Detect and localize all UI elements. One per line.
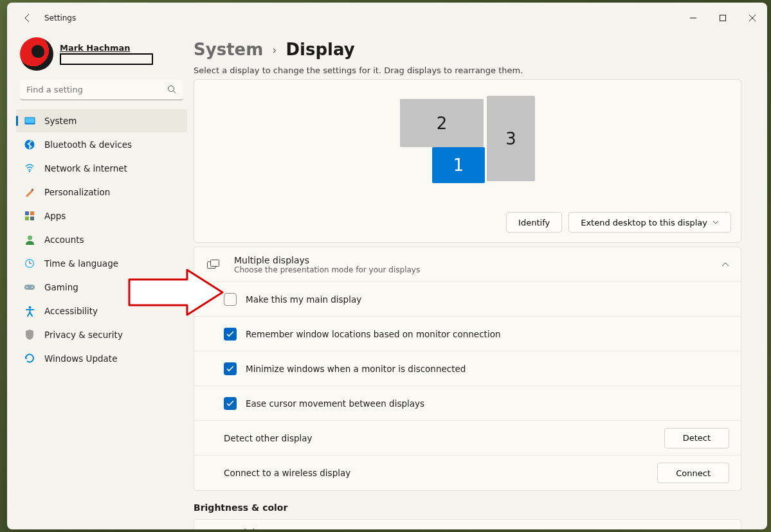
nav-label: System (44, 116, 77, 126)
svg-rect-1 (720, 15, 726, 21)
nav-item-time[interactable]: Time & language (16, 252, 187, 275)
extend-dropdown[interactable]: Extend desktop to this display (568, 212, 731, 233)
nav-label: Windows Update (44, 353, 117, 364)
svg-rect-9 (25, 211, 29, 215)
svg-rect-23 (211, 260, 219, 266)
gaming-icon (24, 281, 35, 293)
nav-item-apps[interactable]: Apps (16, 204, 187, 227)
ease-cursor-row[interactable]: Ease cursor movement between displays (194, 386, 741, 421)
nav-label: Network & internet (44, 163, 127, 173)
svg-line-3 (174, 91, 176, 94)
checkbox-minimize-windows[interactable] (224, 362, 237, 375)
privacy-icon (24, 329, 35, 341)
search-box[interactable] (20, 80, 183, 100)
svg-point-19 (26, 287, 28, 288)
search-input[interactable] (20, 80, 183, 100)
nav-label: Personalization (44, 187, 110, 197)
connect-button[interactable]: Connect (657, 463, 729, 483)
card-subtitle: Choose the presentation mode for your di… (234, 265, 420, 274)
accounts-icon (24, 234, 35, 245)
main-display-row[interactable]: Make this my main display (194, 282, 741, 317)
nav-label: Gaming (44, 282, 78, 292)
nav-label: Apps (44, 211, 66, 221)
detect-display-row: Detect other display Detect (194, 421, 741, 456)
chevron-right-icon: › (272, 43, 277, 57)
window-title: Settings (44, 13, 76, 22)
monitor-1[interactable]: 1 (432, 147, 485, 183)
nav-label: Bluetooth & devices (44, 139, 132, 150)
nav-item-accounts[interactable]: Accounts (16, 228, 187, 251)
display-arrangement[interactable]: 2 3 1 Identify Extend desktop to this di… (194, 79, 741, 243)
wireless-display-row: Connect to a wireless display Connect (194, 456, 741, 490)
apps-icon (24, 210, 35, 222)
svg-rect-10 (30, 211, 34, 215)
profile-name: Mark Hachman (60, 43, 153, 53)
card-title: Multiple displays (234, 255, 420, 265)
settings-window: Settings Mark Hachman (7, 3, 767, 529)
nav-item-privacy[interactable]: Privacy & security (16, 323, 187, 346)
svg-rect-5 (25, 118, 34, 123)
svg-point-21 (28, 306, 31, 308)
profile-email-redacted (60, 53, 153, 65)
breadcrumb-parent[interactable]: System (194, 40, 263, 59)
nav-item-accessibility[interactable]: Accessibility (16, 299, 187, 323)
chevron-down-icon (712, 220, 719, 224)
brightness-row[interactable]: Brightness Adjust the brightness of the … (194, 520, 741, 529)
page-title: Display (286, 40, 355, 59)
svg-point-20 (32, 287, 33, 288)
personalization-icon (24, 186, 35, 198)
main-content: System › Display Select a display to cha… (194, 33, 767, 529)
time-icon (24, 258, 35, 269)
nav-item-system[interactable]: System (16, 109, 187, 132)
hint-text: Select a display to change the settings … (194, 66, 741, 75)
nav-label: Accessibility (44, 306, 98, 316)
system-icon (24, 115, 35, 127)
identify-button[interactable]: Identify (506, 212, 562, 233)
nav-label: Accounts (44, 235, 84, 245)
close-button[interactable] (738, 8, 767, 28)
breadcrumb: System › Display (194, 40, 741, 59)
monitor-2[interactable]: 2 (400, 99, 484, 147)
nav-item-network[interactable]: Network & internet (16, 157, 187, 180)
multiple-displays-card: Multiple displays Choose the presentatio… (194, 247, 741, 491)
nav-label: Privacy & security (44, 330, 123, 340)
window-controls (678, 8, 767, 28)
nav-item-gaming[interactable]: Gaming (16, 276, 187, 299)
svg-point-7 (29, 171, 30, 172)
remember-locations-row[interactable]: Remember window locations based on monit… (194, 317, 741, 351)
titlebar: Settings (7, 3, 767, 33)
nav-item-personalization[interactable]: Personalization (16, 181, 187, 204)
checkbox-main-display[interactable] (224, 293, 237, 306)
update-icon (24, 353, 35, 364)
back-button[interactable] (17, 8, 38, 28)
detect-button[interactable]: Detect (664, 428, 729, 448)
avatar (20, 37, 53, 71)
multiple-displays-header[interactable]: Multiple displays Choose the presentatio… (194, 247, 741, 282)
svg-rect-11 (25, 217, 29, 220)
checkbox-remember-locations[interactable] (224, 328, 237, 341)
monitor-3[interactable]: 3 (487, 96, 535, 181)
nav-item-update[interactable]: Windows Update (16, 347, 187, 370)
svg-rect-18 (24, 285, 35, 290)
profile[interactable]: Mark Hachman (20, 37, 187, 71)
nav-list: System Bluetooth & devices Network & int… (16, 109, 187, 370)
brightness-section-title: Brightness & color (194, 502, 741, 513)
accessibility-icon (24, 305, 35, 317)
search-icon (167, 85, 177, 94)
bluetooth-icon (24, 139, 35, 150)
minimize-windows-row[interactable]: Minimize windows when a monitor is disco… (194, 351, 741, 386)
nav-label: Time & language (44, 258, 118, 269)
svg-point-13 (28, 236, 32, 240)
sidebar: Mark Hachman System Bluetooth & devices (7, 33, 194, 529)
network-icon (24, 163, 35, 174)
checkbox-ease-cursor[interactable] (224, 397, 237, 410)
brightness-card: Brightness Adjust the brightness of the … (194, 519, 741, 529)
svg-point-2 (168, 86, 174, 92)
svg-rect-12 (30, 217, 34, 220)
maximize-button[interactable] (708, 8, 738, 28)
minimize-button[interactable] (678, 8, 708, 28)
chevron-up-icon (721, 262, 729, 267)
nav-item-bluetooth[interactable]: Bluetooth & devices (16, 133, 187, 156)
multiple-displays-icon (206, 260, 221, 270)
